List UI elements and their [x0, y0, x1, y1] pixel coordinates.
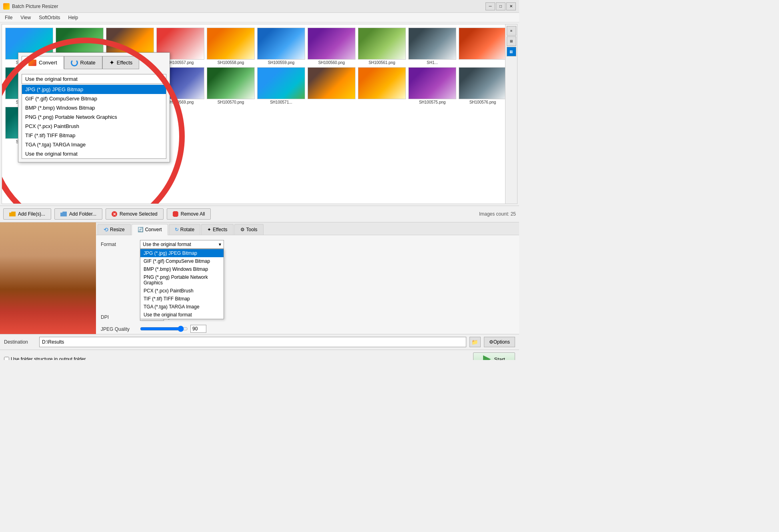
right-sidebar: ≡ ⊞ ▦ — [505, 24, 517, 204]
settings-tab-tools-label: Tools — [246, 227, 258, 232]
effects-icon: ✦ — [109, 59, 114, 66]
format-item-gif[interactable]: GIF (*.gif) CompuServe Bitmap — [140, 257, 224, 265]
popup-tab-rotate[interactable]: Rotate — [64, 56, 102, 69]
destination-label: Destination — [4, 339, 36, 345]
format-dropdown: Use the original format ▾ JPG (*.jpg) JP… — [140, 240, 224, 249]
preview-image-panel — [0, 222, 96, 334]
menu-view[interactable]: View — [19, 14, 32, 21]
settings-panel: ⟲ Resize 🔄 Convert ↻ Rotate ✦ Effects ⚙ … — [96, 222, 519, 334]
popup-dropdown-header[interactable]: Use the original format ▾ — [22, 74, 166, 84]
settings-tab-rotate[interactable]: ↻ Rotate — [169, 224, 200, 235]
format-item-tif[interactable]: TIF (*.tif) TIFF Bitmap — [140, 295, 224, 303]
add-file-button[interactable]: Add File(s)... — [3, 208, 51, 220]
list-item[interactable]: SH100570.png — [207, 67, 255, 104]
preview-image — [0, 222, 96, 334]
destination-browse-button[interactable]: 📁 — [469, 337, 481, 347]
format-item-bmp[interactable]: BMP (*.bmp) Windows Bitmap — [140, 265, 224, 273]
image-name: SH100559.png — [257, 60, 305, 65]
settings-tab-resize[interactable]: ⟲ Resize — [98, 224, 131, 235]
menu-help[interactable]: Help — [67, 14, 80, 21]
options-label: Options — [493, 339, 510, 345]
list-item[interactable]: SH100561.png — [358, 28, 406, 65]
menu-softorbits[interactable]: SoftOrbits — [37, 14, 62, 21]
convert-panel: Convert Rotate ✦ Effects Use the origina… — [18, 52, 170, 162]
popup-dropdown-item-bmp[interactable]: BMP (*.bmp) Windows Bitmap — [22, 103, 166, 112]
format-item-png[interactable]: PNG (*.png) Portable Network Graphics — [140, 273, 224, 287]
quality-control — [140, 325, 514, 333]
rotate-tab-icon: ↻ — [175, 227, 179, 232]
convert-icon — [28, 60, 36, 66]
list-item[interactable] — [358, 67, 406, 104]
format-dropdown-header-text: Use the original format — [143, 242, 191, 247]
list-item[interactable] — [308, 67, 356, 104]
dpi-label: DPI — [101, 313, 137, 320]
format-row: Format Use the original format ▾ JPG (*.… — [101, 240, 514, 249]
list-item[interactable] — [459, 28, 507, 65]
options-button[interactable]: ⚙ Options — [484, 337, 515, 347]
sidebar-view-btn-3[interactable]: ▦ — [507, 47, 516, 56]
settings-tab-resize-label: Resize — [110, 227, 125, 232]
list-item[interactable]: SH100560.png — [308, 28, 356, 65]
popup-tab-bar: Convert Rotate ✦ Effects — [22, 56, 166, 69]
format-dropdown-chevron: ▾ — [219, 242, 221, 247]
popup-dropdown-item-pcx[interactable]: PCX (*.pcx) PaintBrush — [22, 122, 166, 131]
popup-dropdown-item-original[interactable]: Use the original format — [22, 149, 166, 158]
settings-tab-convert[interactable]: 🔄 Convert — [132, 224, 168, 235]
quality-value[interactable] — [190, 325, 206, 333]
popup-dropdown-item-gif[interactable]: GIF (*.gif) CompuServe Bitmap — [22, 94, 166, 103]
folder2-icon — [60, 212, 67, 216]
format-dropdown-list: JPG (*.jpg) JPEG Bitmap GIF (*.gif) Comp… — [140, 249, 224, 319]
format-item-tga[interactable]: TGA (*.tga) TARGA Image — [140, 303, 224, 311]
format-dropdown-header[interactable]: Use the original format ▾ — [140, 240, 224, 249]
sidebar-view-btn-1[interactable]: ≡ — [507, 26, 516, 36]
format-item-original[interactable]: Use the original format — [140, 311, 224, 319]
settings-tab-tools[interactable]: ⚙ Tools — [234, 224, 264, 235]
popup-dropdown-item-jpg[interactable]: JPG (*.jpg) JPEG Bitmap — [22, 85, 166, 94]
image-name: SH100570.png — [207, 100, 255, 104]
image-name: SH100575.png — [408, 100, 456, 104]
bottom-toolbar: Add File(s)... Add Folder... ✕ Remove Se… — [0, 206, 519, 222]
add-folder-button[interactable]: Add Folder... — [54, 208, 102, 220]
format-item-pcx[interactable]: PCX (*.pcx) PaintBrush — [140, 287, 224, 295]
title-text: Batch Picture Resizer — [12, 4, 58, 9]
popup-dropdown-item-tga[interactable]: TGA (*.tga) TARGA Image — [22, 140, 166, 149]
list-item[interactable]: SH100559.png — [257, 28, 305, 65]
remove-all-button[interactable]: Remove All — [167, 208, 211, 220]
list-item[interactable]: SH100575.png — [408, 67, 456, 104]
close-button[interactable]: ✕ — [506, 2, 516, 10]
format-control: Use the original format ▾ JPG (*.jpg) JP… — [140, 240, 514, 249]
title-bar: Batch Picture Resizer ─ □ ✕ — [0, 0, 519, 13]
menu-file[interactable]: File — [3, 14, 14, 21]
remove-selected-label: Remove Selected — [120, 211, 158, 217]
remove-selected-button[interactable]: ✕ Remove Selected — [106, 208, 164, 220]
action-bar: Use folder structure in output folder St… — [0, 350, 519, 360]
popup-tab-convert[interactable]: Convert — [22, 56, 64, 69]
popup-tab-effects[interactable]: ✦ Effects — [102, 56, 140, 69]
popup-dropdown-list: JPG (*.jpg) JPEG Bitmap GIF (*.gif) Comp… — [22, 85, 166, 159]
list-item[interactable]: SH100558.png — [207, 28, 255, 65]
format-label: Format — [101, 240, 137, 247]
restore-button[interactable]: □ — [496, 2, 505, 10]
sidebar-view-btn-2[interactable]: ⊞ — [507, 36, 516, 46]
add-file-label: Add File(s)... — [18, 211, 45, 217]
start-button[interactable]: Start — [473, 352, 515, 360]
settings-tab-effects[interactable]: ✦ Effects — [201, 224, 233, 235]
settings-tab-bar: ⟲ Resize 🔄 Convert ↻ Rotate ✦ Effects ⚙ … — [96, 222, 519, 235]
folder-browse-icon: 📁 — [471, 339, 478, 345]
list-item[interactable]: SH100571... — [257, 67, 305, 104]
list-item[interactable]: SH1... — [408, 28, 456, 65]
destination-input[interactable] — [39, 337, 466, 347]
image-name: SH100560.png — [308, 60, 356, 65]
format-item-jpg[interactable]: JPG (*.jpg) JPEG Bitmap — [140, 249, 224, 257]
list-item[interactable]: SH100576.png — [459, 67, 507, 104]
start-icon — [483, 355, 491, 360]
start-label: Start — [494, 356, 505, 360]
popup-dropdown-item-png[interactable]: PNG (*.png) Portable Network Graphics — [22, 112, 166, 122]
popup-dropdown-chevron: ▾ — [160, 76, 163, 82]
title-controls: ─ □ ✕ — [485, 2, 516, 10]
quality-slider[interactable] — [140, 326, 188, 332]
folder-structure-checkbox[interactable] — [4, 357, 9, 360]
popup-dropdown-item-tif[interactable]: TIF (*.tif) TIFF Bitmap — [22, 131, 166, 140]
minimize-button[interactable]: ─ — [485, 2, 495, 10]
tools-tab-icon: ⚙ — [240, 227, 245, 232]
